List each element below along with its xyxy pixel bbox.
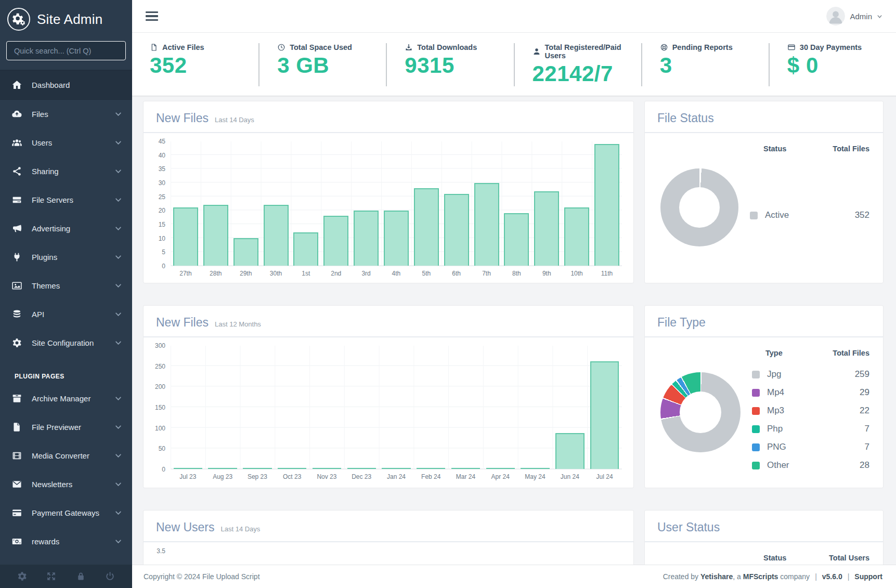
bar-slot: [261, 141, 291, 266]
sidebar-item-label: Sharing: [32, 167, 115, 176]
bar-slot: [240, 346, 275, 469]
bar-slot: [351, 141, 381, 266]
sidebar-item-label: Archive Manager: [32, 394, 115, 403]
legend: StatusTotal FilesActive352: [750, 140, 869, 275]
chevron-down-icon: [115, 452, 122, 459]
sidebar-item-label: File Servers: [32, 195, 115, 204]
stat-file-icon: [150, 43, 158, 51]
y-tick-label: 45: [159, 138, 165, 145]
stat-value: 9315: [405, 54, 513, 77]
gear-icon[interactable]: [17, 571, 28, 582]
card-new-files-12-months: New Files Last 12 Months 300250200150100…: [144, 306, 633, 488]
bar: [474, 183, 499, 266]
sidebar-item-advertising[interactable]: Advertising: [0, 214, 132, 243]
sidebar-item-files[interactable]: Files: [0, 100, 132, 128]
footer-separator: |: [815, 572, 817, 581]
bar: [174, 468, 202, 469]
sidebar-item-media-converter[interactable]: Media Converter: [0, 441, 132, 470]
power-icon[interactable]: [105, 571, 115, 582]
bar: [594, 144, 619, 266]
bar-slot: [472, 141, 502, 266]
user-menu[interactable]: Admin: [826, 7, 882, 25]
home-icon: [11, 80, 22, 90]
quick-search-input[interactable]: [6, 41, 126, 60]
bar-slot: [379, 346, 414, 469]
stat-total-downloads: Total Downloads9315: [386, 43, 513, 86]
sidebar: Site Admin DashboardFilesUsersSharingFil…: [0, 0, 132, 588]
bar-slot: [231, 141, 261, 266]
bar: [564, 207, 589, 266]
legend-value: 28: [860, 460, 869, 471]
bar: [208, 468, 237, 469]
menu-toggle-button[interactable]: [144, 9, 160, 23]
donut-ring: [660, 168, 738, 246]
bar-slot: [171, 346, 205, 469]
footer: Copyright © 2024 File Upload Script Crea…: [132, 565, 896, 588]
x-tick-label: 27th: [171, 270, 201, 277]
sidebar-item-dashboard[interactable]: Dashboard: [0, 70, 132, 100]
sidebar-item-plugins[interactable]: Plugins: [0, 243, 132, 271]
card-subtitle: Last 12 Months: [215, 320, 261, 328]
bar-slot: [291, 141, 321, 266]
chevron-down-icon: [115, 424, 122, 430]
sidebar-item-label: Site Configuration: [32, 338, 115, 347]
sidebar-item-label: Media Converter: [32, 451, 115, 460]
sidebar-item-site-configuration[interactable]: Site Configuration: [0, 329, 132, 357]
app-logo[interactable]: Site Admin: [0, 0, 132, 38]
stat-card-icon: [787, 43, 796, 51]
yetishare-brand: Yetishare: [700, 572, 733, 581]
x-tick-label: Aug 23: [205, 473, 240, 480]
legend-header: Status: [763, 145, 786, 153]
topbar: Admin: [132, 0, 896, 33]
plot-area: [171, 551, 622, 565]
y-tick-label: 30: [159, 179, 165, 187]
card-title: New Users: [156, 520, 214, 534]
stat-value: 3: [660, 54, 769, 77]
bar: [414, 188, 439, 266]
user-label: Admin: [850, 12, 872, 21]
chevron-down-icon: [115, 339, 122, 346]
card-new-users-14-days: New Users Last 14 Days 3.5: [144, 511, 633, 565]
x-tick-label: Mar 24: [448, 473, 483, 480]
expand-icon[interactable]: [46, 571, 57, 582]
sidebar-item-payment-gateways[interactable]: Payment Gateways: [0, 499, 132, 527]
x-tick-label: Jan 24: [379, 473, 414, 480]
bar: [173, 207, 198, 266]
credit-suffix: company: [780, 572, 810, 581]
y-axis: 300250200150100500: [150, 346, 171, 469]
users-icon: [11, 137, 22, 148]
x-tick-label: 28th: [201, 270, 231, 277]
legend-row-active: Active352: [750, 206, 869, 225]
bar-slot: [552, 346, 587, 469]
sidebar-item-themes[interactable]: Themes: [0, 271, 132, 300]
sidebar-item-users[interactable]: Users: [0, 128, 132, 157]
sidebar-item-api[interactable]: API: [0, 300, 132, 329]
legend-value: 352: [855, 210, 869, 220]
gears-logo-icon: [7, 8, 30, 31]
chevron-down-icon: [115, 311, 122, 318]
bar-slot: [441, 141, 472, 266]
sidebar-item-rewards[interactable]: rewards: [0, 527, 132, 556]
mfscripts-brand: MFScripts: [743, 572, 778, 581]
x-tick-label: Sep 23: [240, 473, 275, 480]
x-tick-label: 6th: [441, 270, 472, 277]
sidebar-item-newsletters[interactable]: Newsletters: [0, 470, 132, 499]
lock-icon[interactable]: [75, 571, 86, 582]
bar-slot: [501, 141, 531, 266]
legend-row-mp3: Mp322: [752, 402, 869, 420]
sidebar-item-archive-manager[interactable]: Archive Manager: [0, 384, 132, 413]
sidebar-item-file-servers[interactable]: File Servers: [0, 186, 132, 214]
stat-label: Total Space Used: [290, 43, 352, 51]
bar-slot: [321, 141, 351, 266]
megaphone-icon: [11, 223, 22, 234]
sidebar-item-label: Users: [32, 138, 115, 147]
sidebar-item-file-previewer[interactable]: File Previewer: [0, 413, 132, 441]
dashboard-content: New Files Last 14 Days 45403530252015105…: [132, 96, 896, 565]
sidebar-item-sharing[interactable]: Sharing: [0, 157, 132, 186]
bar: [293, 232, 318, 266]
bar-slot: [448, 346, 483, 469]
support-link[interactable]: Support: [854, 572, 882, 581]
sidebar-item-label: Files: [32, 110, 115, 119]
y-tick-label: 300: [155, 342, 165, 349]
sidebar-item-label: File Previewer: [32, 423, 115, 432]
